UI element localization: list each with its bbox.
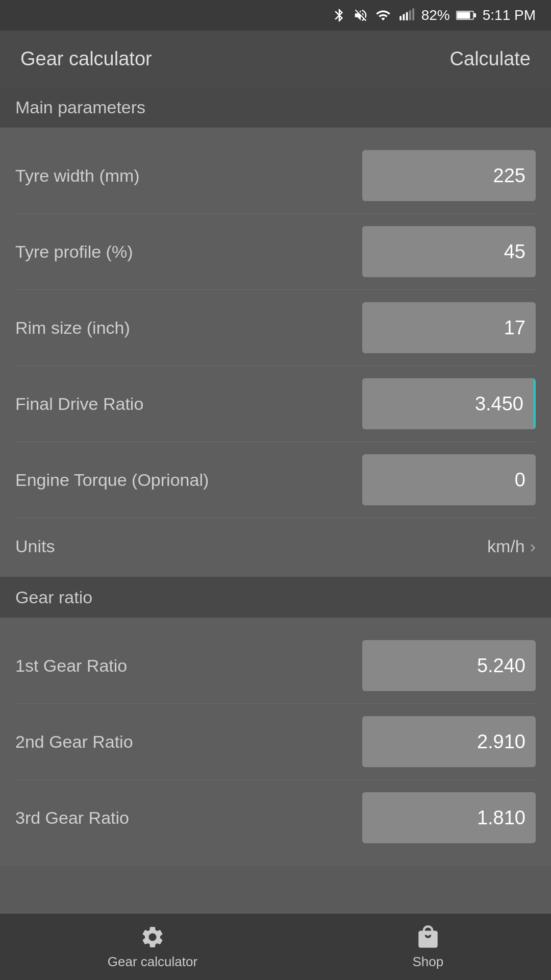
gear-ratio-title: Gear ratio	[15, 587, 92, 607]
gear-ratio-2-row: 2nd Gear Ratio	[15, 704, 536, 780]
svg-rect-1	[403, 14, 405, 21]
bottom-nav: Gear calculator Shop	[0, 914, 551, 980]
units-value-container[interactable]: km/h ›	[487, 536, 536, 556]
svg-rect-7	[474, 13, 476, 17]
gear-ratio-3-row: 3rd Gear Ratio	[15, 780, 536, 855]
gear-ratio-3-label: 3rd Gear Ratio	[15, 808, 362, 828]
final-drive-ratio-row: Final Drive Ratio	[15, 366, 536, 442]
gear-ratio-2-label: 2nd Gear Ratio	[15, 732, 362, 752]
engine-torque-row: Engine Torque (Oprional)	[15, 442, 536, 518]
gear-ratio-3-input[interactable]	[362, 792, 536, 843]
nav-shop[interactable]: Shop	[413, 924, 444, 970]
status-icons: 82% 5:11 PM	[332, 7, 536, 23]
final-drive-ratio-label: Final Drive Ratio	[15, 394, 362, 414]
app-header: Gear calculator Calculate	[0, 31, 551, 87]
gear-ratio-section-header: Gear ratio	[0, 577, 551, 618]
tyre-width-row: Tyre width (mm)	[15, 138, 536, 214]
svg-rect-6	[457, 12, 470, 19]
app-title: Gear calculator	[20, 48, 152, 70]
tyre-profile-label: Tyre profile (%)	[15, 242, 362, 262]
final-drive-ratio-input[interactable]	[362, 378, 536, 429]
main-params-title: Main parameters	[15, 97, 145, 117]
mute-icon	[353, 8, 368, 23]
tyre-profile-input[interactable]	[362, 226, 536, 277]
calculate-button[interactable]: Calculate	[450, 48, 531, 70]
gear-ratio-content: 1st Gear Ratio 2nd Gear Ratio 3rd Gear R…	[0, 618, 551, 866]
shop-icon	[415, 924, 441, 950]
gear-icon	[140, 924, 165, 950]
engine-torque-label: Engine Torque (Oprional)	[15, 470, 362, 490]
engine-torque-input[interactable]	[362, 454, 536, 505]
tyre-width-input[interactable]	[362, 150, 536, 201]
main-params-section-header: Main parameters	[0, 87, 551, 128]
units-row[interactable]: Units km/h ›	[15, 518, 536, 567]
gear-ratio-1-input[interactable]	[362, 640, 536, 691]
svg-rect-4	[412, 8, 414, 20]
nav-gear-calculator-label: Gear calculator	[108, 954, 197, 970]
main-params-content: Tyre width (mm) Tyre profile (%) Rim siz…	[0, 128, 551, 577]
signal-icon	[398, 8, 415, 23]
battery-percent: 82%	[421, 7, 450, 23]
chevron-right-icon: ›	[530, 536, 536, 556]
wifi-icon	[374, 8, 392, 23]
gear-ratio-1-row: 1st Gear Ratio	[15, 628, 536, 704]
status-bar: 82% 5:11 PM	[0, 0, 551, 31]
nav-shop-label: Shop	[413, 954, 444, 970]
tyre-width-label: Tyre width (mm)	[15, 166, 362, 186]
nav-gear-calculator[interactable]: Gear calculator	[108, 924, 197, 970]
tyre-profile-row: Tyre profile (%)	[15, 214, 536, 290]
bluetooth-icon	[332, 8, 347, 23]
rim-size-input[interactable]	[362, 302, 536, 353]
rim-size-label: Rim size (inch)	[15, 318, 362, 338]
rim-size-row: Rim size (inch)	[15, 290, 536, 366]
time: 5:11 PM	[483, 7, 536, 23]
units-value-text: km/h	[487, 536, 525, 556]
svg-rect-3	[409, 10, 411, 20]
units-label: Units	[15, 536, 55, 556]
gear-ratio-1-label: 1st Gear Ratio	[15, 656, 362, 676]
svg-rect-2	[406, 12, 408, 20]
svg-rect-0	[399, 16, 402, 20]
battery-icon	[456, 8, 477, 22]
gear-ratio-2-input[interactable]	[362, 716, 536, 767]
